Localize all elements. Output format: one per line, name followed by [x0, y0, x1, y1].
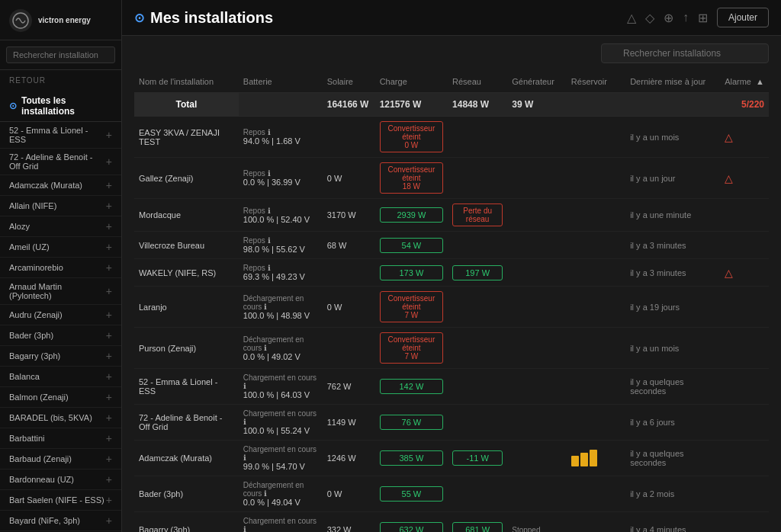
table-row[interactable]: 52 - Emma & Lionel - ESSChargement en co… [134, 369, 769, 405]
plus-icon[interactable]: + [106, 494, 112, 506]
sidebar-item-label: Bagarry (3ph) [9, 351, 60, 361]
table-row[interactable]: Gallez (Zenaji)Repos ℹ0.0 % | 36.99 V0 W… [134, 158, 769, 199]
cell-battery: Repos ℹ94.0 % | 1.68 V [239, 117, 323, 158]
columns-icon[interactable]: ⊞ [698, 11, 708, 25]
sidebar-item[interactable]: Arnaud Martin (Pylontech)+ [0, 278, 121, 305]
table-row[interactable]: Adamczak (Murata)Chargement en cours ℹ99… [134, 441, 769, 476]
total-charge: 121576 W [375, 93, 448, 117]
cell-last-update: il y a quelques secondes [625, 369, 720, 405]
cell-battery: Chargement en cours ℹ99.0 % | 54.70 V [239, 441, 323, 476]
cell-gen [507, 259, 567, 287]
cell-solar: 3170 W [323, 199, 375, 232]
sidebar-item[interactable]: Barbattini+ [0, 428, 121, 449]
plus-icon[interactable]: + [106, 412, 112, 424]
sidebar-item[interactable]: Bart Saelen (NIFE - ESS)+ [0, 490, 121, 511]
sidebar-section-title[interactable]: ⊙ Toutes les installations [0, 91, 121, 122]
cell-alarm [720, 512, 769, 533]
add-button[interactable]: Ajouter [717, 8, 769, 27]
plus-icon[interactable]: + [106, 309, 112, 321]
bar-2 [580, 453, 588, 466]
sidebar-item-label: Arnaud Martin (Pylontech) [9, 282, 106, 300]
cell-reseau: 197 W [448, 259, 507, 287]
cell-last-update: il y a un mois [625, 117, 720, 158]
sidebar-item-label: Barbaud (Zenaji) [9, 454, 72, 463]
logo-text: victron energy [38, 16, 91, 25]
table-row[interactable]: EASY 3KVA / ZENAJI TESTRepos ℹ94.0 % | 1… [134, 117, 769, 158]
plus-icon[interactable]: + [106, 329, 112, 341]
cell-reservoir [567, 369, 625, 405]
sidebar-item[interactable]: Ameil (UZ)+ [0, 237, 121, 258]
sidebar-item[interactable]: Barbaud (Zenaji)+ [0, 449, 121, 470]
sidebar-item[interactable]: Audru (Zenaji)+ [0, 305, 121, 325]
sidebar-item[interactable]: Allain (NIFE)+ [0, 196, 121, 216]
sidebar-item[interactable]: 72 - Adeline & Benoit - Off Grid+ [0, 149, 121, 175]
table-row[interactable]: 72 - Adeline & Benoit - Off GridChargeme… [134, 405, 769, 441]
cell-last-update: il y a 4 minutes [625, 512, 720, 533]
battery-bars [571, 450, 621, 466]
plus-icon[interactable]: + [106, 241, 112, 253]
cell-gen [507, 476, 567, 512]
plus-icon[interactable]: + [106, 391, 112, 403]
sort-arrow-alarm[interactable]: ▲ [756, 77, 764, 86]
cell-reseau [448, 405, 507, 441]
plus-icon[interactable]: + [106, 179, 112, 191]
cell-alarm [720, 476, 769, 512]
globe-icon[interactable]: ⊕ [664, 11, 673, 25]
tag-icon[interactable]: ◇ [645, 11, 654, 25]
plus-icon[interactable]: + [106, 285, 112, 297]
upload-icon[interactable]: ↑ [683, 11, 689, 24]
cell-charge: 385 W [375, 441, 448, 476]
plus-icon[interactable]: + [106, 200, 112, 212]
plus-icon[interactable]: + [106, 514, 112, 527]
plus-icon[interactable]: + [106, 370, 112, 383]
sidebar-item[interactable]: Arcaminorebio+ [0, 258, 121, 278]
sidebar-item[interactable]: Adamczak (Murata)+ [0, 175, 121, 196]
plus-icon[interactable]: + [106, 350, 112, 362]
sidebar-item[interactable]: Bagarry (3ph)+ [0, 346, 121, 367]
sidebar-item[interactable]: 52 - Emma & Lionel - ESS+ [0, 122, 121, 149]
plus-icon[interactable]: + [106, 261, 112, 274]
sidebar-item[interactable]: Balanca+ [0, 367, 121, 387]
total-battery [239, 93, 323, 117]
cell-reseau [448, 476, 507, 512]
sidebar-back[interactable]: RETOUR [0, 70, 121, 91]
sidebar-item[interactable]: Bardonneau (UZ)+ [0, 470, 121, 490]
cell-reseau: -11 W [448, 441, 507, 476]
table-row[interactable]: Bagarry (3ph)Chargement en cours ℹ81.0 %… [134, 512, 769, 533]
plus-icon[interactable]: + [106, 473, 112, 486]
logo-area: victron energy [0, 0, 121, 40]
table-row[interactable]: Villecroze BureauRepos ℹ98.0 % | 55.62 V… [134, 232, 769, 259]
cell-alarm: △ [720, 158, 769, 199]
table-row[interactable]: Bader (3ph)Déchargement en cours ℹ0.0 % … [134, 476, 769, 512]
total-reseau: 14848 W [448, 93, 507, 117]
alert-icon[interactable]: △ [627, 11, 636, 25]
col-header-reseau: Réseau [448, 71, 507, 93]
search-installations-input[interactable] [601, 43, 769, 63]
cell-battery: Repos ℹ0.0 % | 36.99 V [239, 158, 323, 199]
plus-icon[interactable]: + [106, 220, 112, 232]
sidebar-item[interactable]: Balmon (Zenaji)+ [0, 387, 121, 408]
table-row[interactable]: WAKELY (NIFE, RS)Repos ℹ69.3 % | 49.23 V… [134, 259, 769, 287]
cell-reservoir [567, 287, 625, 328]
cell-installation-name: Gallez (Zenaji) [134, 158, 239, 199]
cell-charge: 2939 W [375, 199, 448, 232]
total-label: Total [134, 93, 239, 117]
plus-icon[interactable]: + [106, 155, 112, 168]
plus-icon[interactable]: + [106, 129, 112, 141]
sidebar-item[interactable]: BARADEL (bis, 5KVA)+ [0, 408, 121, 428]
sidebar-item[interactable]: Alozy+ [0, 216, 121, 237]
sidebar-item-label: Bayard (NiFe, 3ph) [9, 516, 80, 525]
cell-reseau [448, 287, 507, 328]
table-row[interactable]: LaranjoDéchargement en cours ℹ100.0 % | … [134, 287, 769, 328]
cell-last-update: il y a une minute [625, 199, 720, 232]
plus-icon[interactable]: + [106, 453, 112, 465]
cell-gen [507, 117, 567, 158]
cell-last-update: il y a un mois [625, 328, 720, 369]
sidebar-item[interactable]: Bayard (NiFe, 3ph)+ [0, 511, 121, 531]
sidebar-search-input[interactable] [6, 46, 115, 63]
cell-gen [507, 287, 567, 328]
plus-icon[interactable]: + [106, 432, 112, 444]
sidebar-item[interactable]: Bader (3ph)+ [0, 325, 121, 346]
table-row[interactable]: MordacqueRepos ℹ100.0 % | 52.40 V3170 W2… [134, 199, 769, 232]
table-row[interactable]: Purson (Zenaji)Déchargement en cours ℹ0.… [134, 328, 769, 369]
